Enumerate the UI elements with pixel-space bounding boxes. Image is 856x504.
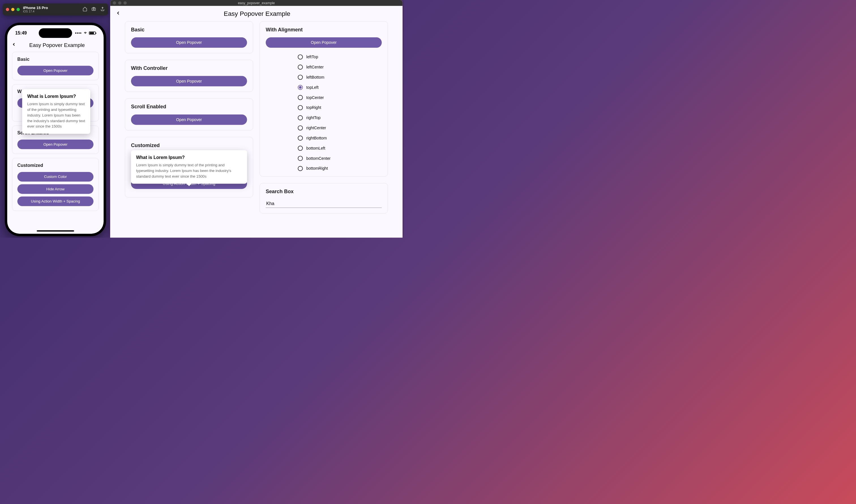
radio-option-topLeft[interactable]: topLeft bbox=[298, 85, 382, 90]
basic-card: Basic Open Popover bbox=[12, 52, 99, 80]
phone-screen: 15:49 •••• Easy Popover Example Basic Op… bbox=[7, 25, 104, 234]
radio-label: topLeft bbox=[306, 85, 318, 90]
left-column: Basic Open Popover With Controller Open … bbox=[125, 21, 253, 214]
controller-card-title: With Controller bbox=[131, 65, 247, 71]
device-os: iOS 17.4 bbox=[23, 10, 81, 13]
open-popover-button[interactable]: Open Popover bbox=[17, 140, 93, 149]
radio-option-topCenter[interactable]: topCenter bbox=[298, 95, 382, 100]
home-icon[interactable] bbox=[83, 6, 87, 13]
device-name: iPhone 15 Pro bbox=[23, 6, 81, 10]
radio-label: rightTop bbox=[306, 115, 320, 120]
right-column: With Alignment Open Popover leftTopleftC… bbox=[260, 21, 388, 214]
phone-app-bar: Easy Popover Example bbox=[7, 38, 104, 52]
desktop-page-title: Easy Popover Example bbox=[125, 10, 389, 17]
scroll-card-title: Scroll Enabled bbox=[131, 104, 247, 109]
phone-page-title: Easy Popover Example bbox=[20, 42, 94, 48]
alignment-radio-list: leftTopleftCenterleftBottomtopLefttopCen… bbox=[266, 54, 382, 171]
wifi-icon bbox=[83, 31, 87, 35]
close-window-button[interactable] bbox=[6, 8, 9, 11]
search-input[interactable] bbox=[266, 199, 382, 208]
radio-option-bottomLeft[interactable]: bottomLeft bbox=[298, 146, 382, 151]
radio-label: rightBottom bbox=[306, 136, 327, 140]
radio-label: rightCenter bbox=[306, 126, 326, 130]
radio-icon bbox=[298, 105, 303, 110]
open-popover-button[interactable]: Open Popover bbox=[131, 37, 247, 48]
back-icon[interactable] bbox=[12, 42, 16, 48]
radio-option-topRight[interactable]: topRight bbox=[298, 105, 382, 110]
desktop-window: easy_popover_example Easy Popover Exampl… bbox=[110, 0, 403, 238]
alignment-card: With Alignment Open Popover leftTopleftC… bbox=[260, 21, 388, 177]
radio-label: leftBottom bbox=[306, 75, 325, 79]
back-icon[interactable] bbox=[116, 10, 121, 17]
open-popover-button[interactable]: Open Popover bbox=[131, 76, 247, 86]
traffic-lights bbox=[6, 8, 20, 11]
phone-device-frame: 15:49 •••• Easy Popover Example Basic Op… bbox=[5, 23, 106, 236]
maximize-window-button[interactable] bbox=[16, 8, 19, 11]
radio-option-bottomRight[interactable]: bottomRight bbox=[298, 166, 382, 171]
status-time: 15:49 bbox=[15, 31, 27, 36]
minimize-window-button[interactable] bbox=[11, 8, 14, 11]
radio-icon bbox=[298, 156, 303, 161]
radio-label: leftCenter bbox=[306, 65, 324, 69]
radio-label: bottomCenter bbox=[306, 156, 331, 161]
radio-icon bbox=[298, 75, 303, 80]
popover-body: Lorem Ipsum is simply dummy text of the … bbox=[27, 101, 85, 129]
radio-icon bbox=[298, 54, 303, 59]
radio-icon bbox=[298, 85, 303, 90]
radio-label: topRight bbox=[306, 106, 321, 110]
popover-title: What is Lorem Ipsum? bbox=[27, 94, 85, 99]
svg-rect-0 bbox=[92, 8, 96, 11]
desktop-titlebar: easy_popover_example bbox=[110, 0, 403, 6]
basic-card-title: Basic bbox=[131, 27, 247, 33]
radio-option-rightBottom[interactable]: rightBottom bbox=[298, 136, 382, 141]
radio-icon bbox=[298, 125, 303, 130]
popover-arrow-icon bbox=[186, 183, 192, 186]
radio-icon bbox=[298, 115, 303, 121]
radio-icon bbox=[298, 95, 303, 100]
action-width-spacing-button[interactable]: Using Action Width + Spacing bbox=[17, 197, 93, 206]
scroll-enabled-card: Scroll Enabled Open Popover bbox=[125, 98, 253, 131]
hide-arrow-button[interactable]: Hide Arrow bbox=[17, 184, 93, 194]
popover: What is Lorem Ipsum? Lorem Ipsum is simp… bbox=[131, 150, 247, 183]
radio-label: leftTop bbox=[306, 55, 318, 59]
simulator-toolbar: iPhone 15 Pro iOS 17.4 bbox=[2, 3, 108, 15]
basic-card: Basic Open Popover bbox=[125, 21, 253, 53]
radio-option-rightCenter[interactable]: rightCenter bbox=[298, 125, 382, 130]
popover: What is Lorem Ipsum? Lorem Ipsum is simp… bbox=[22, 89, 90, 134]
share-icon[interactable] bbox=[100, 6, 105, 13]
radio-option-rightTop[interactable]: rightTop bbox=[298, 115, 382, 121]
open-popover-button[interactable]: Open Popover bbox=[131, 114, 247, 125]
home-indicator[interactable] bbox=[37, 230, 74, 232]
search-card-title: Search Box bbox=[266, 188, 382, 194]
radio-label: topCenter bbox=[306, 95, 324, 100]
radio-icon bbox=[298, 146, 303, 151]
radio-icon bbox=[298, 136, 303, 141]
radio-option-leftBottom[interactable]: leftBottom bbox=[298, 75, 382, 80]
phone-notch bbox=[39, 28, 72, 38]
customized-card: Customized Using Action Width + Spacing … bbox=[125, 137, 253, 197]
search-box-card: Search Box bbox=[260, 183, 388, 214]
window-title: easy_popover_example bbox=[110, 1, 403, 5]
open-popover-button[interactable]: Open Popover bbox=[17, 66, 93, 75]
radio-icon bbox=[298, 65, 303, 70]
battery-icon bbox=[89, 31, 96, 35]
basic-card-title: Basic bbox=[17, 57, 93, 62]
radio-option-leftTop[interactable]: leftTop bbox=[298, 54, 382, 59]
customized-card: Customized Custom Color Hide Arrow Using… bbox=[12, 158, 99, 211]
svg-point-1 bbox=[93, 8, 94, 10]
radio-option-leftCenter[interactable]: leftCenter bbox=[298, 65, 382, 70]
alignment-card-title: With Alignment bbox=[266, 27, 382, 33]
customized-card-title: Customized bbox=[17, 163, 93, 168]
radio-option-bottomCenter[interactable]: bottomCenter bbox=[298, 156, 382, 161]
phone-content-scroll[interactable]: Basic Open Popover W Scroll Enabled Open… bbox=[7, 52, 104, 230]
signal-icon: •••• bbox=[75, 31, 82, 35]
popover-title: What is Lorem Ipsum? bbox=[136, 155, 242, 160]
radio-label: bottomRight bbox=[306, 166, 328, 171]
radio-label: bottomLeft bbox=[306, 146, 325, 150]
popover-body: Lorem Ipsum is simply dummy text of the … bbox=[136, 162, 242, 179]
open-popover-button[interactable]: Open Popover bbox=[266, 37, 382, 48]
custom-color-button[interactable]: Custom Color bbox=[17, 172, 93, 182]
desktop-app-bar: Easy Popover Example bbox=[110, 6, 403, 21]
screenshot-icon[interactable] bbox=[91, 6, 96, 13]
customized-card-title: Customized bbox=[131, 143, 160, 148]
